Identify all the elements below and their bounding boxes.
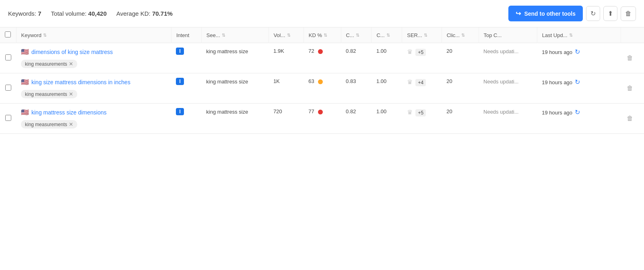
keyword-link[interactable]: 🇺🇸 king mattress size dimensions [21,108,166,116]
row-delete-cell[interactable]: 🗑 [621,104,644,134]
serp-plus-badge: +5 [415,49,426,56]
export-icon: ⬆ [608,10,613,17]
keywords-stat: Keywords: 7 [8,10,41,17]
th-c2[interactable]: C... ⇅ [372,27,402,43]
row-delete-cell[interactable]: 🗑 [621,43,644,73]
th-keyword[interactable]: Keyword ⇅ [16,27,171,43]
th-last-upd[interactable]: Last Upd... ⇅ [537,27,621,43]
volume-cell: 1K [268,73,303,104]
th-top-c[interactable]: Top C... [479,27,537,43]
kd-dot [318,79,323,84]
select-all-checkbox[interactable] [5,31,11,37]
intent-cell: I [171,73,201,104]
total-volume-stat: Total volume: 40,420 [51,10,107,17]
tag-label: king measurements [25,61,67,67]
keywords-label: Keywords: [8,10,36,17]
row-checkbox-2[interactable] [5,115,11,121]
th-c1[interactable]: C... ⇅ [341,27,372,43]
row-refresh-button[interactable]: ↻ [574,48,581,56]
clicks-cell: 20 [442,104,479,134]
keyword-table-container: Keyword ⇅ Intent See... ⇅ [0,27,644,134]
intent-cell: I [171,43,201,73]
tag-remove-button[interactable]: ✕ [69,61,73,67]
th-volume[interactable]: Vol... ⇅ [268,27,303,43]
c2-cell: 1.00 [372,104,402,134]
export-button[interactable]: ⬆ [603,6,617,21]
tag-remove-button[interactable]: ✕ [69,121,73,127]
serp-cell: ♛ +5 [402,104,442,134]
keyword-sort-icon: ⇅ [43,33,47,38]
keyword-tag: king measurements ✕ [21,60,77,68]
serp-sort-icon: ⇅ [424,33,427,38]
total-volume-label: Total volume: [51,10,87,17]
kd-cell: 72 [303,43,341,73]
keyword-link[interactable]: 🇺🇸 dimensions of king size mattress [21,48,166,56]
seed-sort-icon: ⇅ [222,33,225,38]
send-arrow-icon: ↪ [516,10,521,17]
refresh-all-button[interactable]: ↻ [586,6,600,21]
th-checkbox[interactable] [0,27,16,43]
row-refresh-button[interactable]: ↻ [574,78,581,86]
row-checkbox-0[interactable] [5,54,11,60]
row-checkbox-1[interactable] [5,85,11,91]
th-kd[interactable]: KD % ⇅ [303,27,341,43]
clicks-sort-icon: ⇅ [461,33,465,38]
row-checkbox-cell[interactable] [0,73,16,104]
refresh-all-icon: ↻ [590,10,596,17]
c2-cell: 1.00 [372,43,402,73]
keyword-link[interactable]: 🇺🇸 king size mattress dimensions in inch… [21,78,166,86]
serp-plus-badge: +4 [415,79,426,86]
send-btn-label: Send to other tools [524,10,576,17]
tag-label: king measurements [25,91,67,97]
keyword-tag: king measurements ✕ [21,90,77,98]
c2-cell: 1.00 [372,73,402,104]
table-row: 🇺🇸 king mattress size dimensions king me… [0,104,644,134]
row-delete-button[interactable]: 🗑 [626,85,634,92]
delete-all-button[interactable]: 🗑 [621,6,636,21]
row-checkbox-cell[interactable] [0,43,16,73]
seed-cell: king mattress size [201,43,268,73]
avg-kd-value: 70.71% [152,10,173,17]
last-upd-time: 19 hours ago [542,49,572,55]
row-refresh-button[interactable]: ↻ [574,108,581,116]
row-checkbox-cell[interactable] [0,104,16,134]
send-to-tools-button[interactable]: ↪ Send to other tools [508,6,583,21]
keyword-cell: 🇺🇸 dimensions of king size mattress king… [16,43,171,73]
serp-plus-badge: +5 [415,109,426,116]
serp-cell: ♛ +4 [402,73,442,104]
table-row: 🇺🇸 king size mattress dimensions in inch… [0,73,644,104]
row-delete-button[interactable]: 🗑 [626,115,634,122]
flag-icon: 🇺🇸 [21,48,29,56]
seed-cell: king mattress size [201,73,268,104]
th-serp[interactable]: SER... ⇅ [402,27,442,43]
th-seed[interactable]: See... ⇅ [201,27,268,43]
flag-icon: 🇺🇸 [21,78,29,86]
tag-label: king measurements [25,122,67,127]
keyword-cell: 🇺🇸 king size mattress dimensions in inch… [16,73,171,104]
th-intent[interactable]: Intent [171,27,201,43]
th-actions [621,27,644,43]
intent-badge: I [176,78,184,85]
seed-cell: king mattress size [201,104,268,134]
avg-kd-label: Average KD: [116,10,151,17]
delete-all-icon: 🗑 [625,10,632,17]
keyword-cell: 🇺🇸 king mattress size dimensions king me… [16,104,171,134]
top-bar: Keywords: 7 Total volume: 40,420 Average… [0,0,644,27]
last-upd-time: 19 hours ago [542,110,572,116]
row-delete-cell[interactable]: 🗑 [621,73,644,104]
crown-icon: ♛ [407,79,413,85]
table-header-row: Keyword ⇅ Intent See... ⇅ [0,27,644,43]
th-clicks[interactable]: Clic... ⇅ [442,27,479,43]
kd-cell: 77 [303,104,341,134]
keywords-count: 7 [38,10,41,17]
top-bar-actions: ↪ Send to other tools ↻ ⬆ 🗑 [508,6,636,21]
last-upd-cell: 19 hours ago ↻ [537,73,621,104]
stats-bar: Keywords: 7 Total volume: 40,420 Average… [8,10,173,17]
kd-dot [318,110,323,114]
row-delete-button[interactable]: 🗑 [626,54,634,62]
c1-cell: 0.82 [341,43,372,73]
intent-cell: I [171,104,201,134]
last-upd-cell: 19 hours ago ↻ [537,43,621,73]
kd-sort-icon: ⇅ [324,33,327,38]
tag-remove-button[interactable]: ✕ [69,91,73,97]
